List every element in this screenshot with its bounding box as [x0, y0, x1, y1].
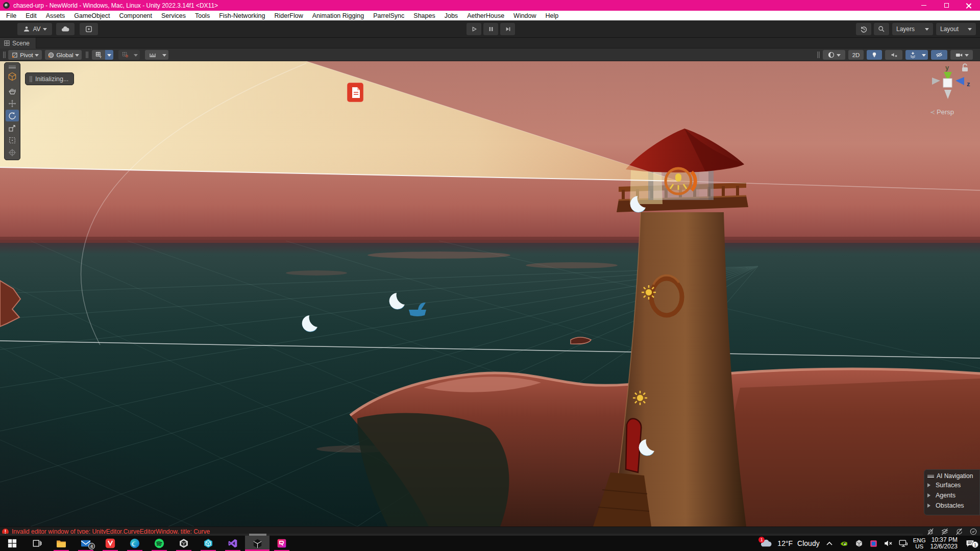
ainav-item-surfaces[interactable]: Surfaces: [927, 480, 976, 490]
snap-settings-dropdown[interactable]: [132, 50, 140, 60]
taskbar-file-explorer[interactable]: [49, 536, 74, 551]
tray-network[interactable]: [898, 538, 909, 548]
tooltip-grip: [30, 76, 32, 82]
taskbar-start-button[interactable]: [0, 536, 24, 551]
transform-tool[interactable]: [6, 146, 19, 158]
move-tool[interactable]: [6, 97, 19, 109]
ai-navigation-header[interactable]: AI Navigation: [927, 472, 976, 480]
menu-gameobject[interactable]: GameObject: [69, 12, 114, 19]
lighting-toggle[interactable]: [867, 50, 882, 60]
taskbar-mail[interactable]: 4: [74, 536, 98, 551]
taskbar-unity-hub[interactable]: [172, 536, 196, 551]
menu-parrelsync[interactable]: ParrelSync: [369, 12, 409, 19]
2d-toggle[interactable]: 2D: [848, 50, 864, 60]
pivot-dropdown[interactable]: Pivot: [8, 50, 42, 60]
debugger-detached-button[interactable]: [925, 528, 936, 536]
tray-nvidia[interactable]: [839, 538, 849, 548]
taskbar-edge[interactable]: [122, 536, 147, 551]
hand-tool[interactable]: [6, 85, 19, 97]
grid-visibility-toggle[interactable]: Y: [92, 50, 105, 60]
close-button[interactable]: [958, 0, 980, 11]
taskbar-unity-editor[interactable]: [245, 536, 270, 551]
taskbar-task-view-button[interactable]: [24, 536, 49, 551]
scene-viewport[interactable]: Initializing... y z ≺ Persp: [0, 61, 980, 527]
rotate-icon: [8, 111, 17, 120]
account-dropdown[interactable]: AV: [17, 23, 52, 35]
toolbar-grip[interactable]: [817, 52, 820, 58]
scale-tool[interactable]: [6, 122, 19, 134]
tray-expand-button[interactable]: [824, 538, 835, 548]
toolbar-grip[interactable]: [3, 52, 6, 58]
tray-unity-hub[interactable]: [854, 538, 864, 548]
rotate-tool[interactable]: [6, 110, 19, 121]
menu-fish-networking[interactable]: Fish-Networking: [214, 12, 270, 19]
menu-jobs[interactable]: Jobs: [440, 12, 462, 19]
ainav-item-agents[interactable]: Agents: [927, 490, 976, 500]
menu-aetherhouse[interactable]: AetherHouse: [462, 12, 509, 19]
taskbar-rider[interactable]: [270, 536, 294, 551]
undo-history-button[interactable]: [856, 23, 871, 35]
orientation-gizmo[interactable]: y z ≺ Persp: [925, 63, 972, 119]
maximize-button[interactable]: [935, 0, 958, 11]
menu-assets[interactable]: Assets: [41, 12, 70, 19]
increment-snap-dropdown[interactable]: [160, 50, 168, 60]
step-button[interactable]: [500, 23, 515, 35]
pause-button[interactable]: [483, 23, 498, 35]
cloud-button[interactable]: [56, 23, 75, 35]
menu-tools[interactable]: Tools: [190, 12, 214, 19]
audio-toggle[interactable]: [885, 50, 902, 60]
clock[interactable]: 10:37 PM 12/6/2023: [930, 537, 958, 550]
menu-help[interactable]: Help: [541, 12, 564, 19]
menu-component[interactable]: Component: [114, 12, 157, 19]
menu-window[interactable]: Window: [509, 12, 541, 19]
snap-toggle[interactable]: [118, 50, 132, 60]
sun-light-gizmo[interactable]: [642, 285, 656, 299]
input-language[interactable]: ENG US: [913, 537, 926, 549]
taskbar-vivaldi[interactable]: [98, 536, 122, 551]
auto-refresh-off-button[interactable]: [953, 528, 965, 536]
minimize-button[interactable]: [913, 0, 935, 11]
version-control-button[interactable]: [80, 23, 98, 35]
effects-dropdown[interactable]: [920, 50, 928, 60]
taskbar-spotify[interactable]: [147, 536, 172, 551]
lock-icon[interactable]: [962, 64, 968, 71]
taskbar-visual-studio[interactable]: [220, 536, 245, 551]
taskbar-dev-hexagon-app[interactable]: [196, 536, 220, 551]
tray-volume-muted[interactable]: [884, 538, 894, 548]
play-button[interactable]: [467, 23, 481, 35]
view-tool-cube[interactable]: [6, 70, 19, 82]
global-dropdown[interactable]: Global: [45, 50, 82, 60]
menu-services[interactable]: Services: [157, 12, 190, 19]
projection-mode[interactable]: ≺ Persp: [930, 108, 954, 116]
camera-settings-dropdown[interactable]: [950, 50, 973, 60]
menu-riderflow[interactable]: RiderFlow: [270, 12, 307, 19]
toolbar-grip[interactable]: [86, 52, 88, 58]
weather-condition[interactable]: Cloudy: [797, 539, 820, 547]
script-asset-gizmo[interactable]: [347, 83, 363, 102]
search-button[interactable]: [874, 23, 889, 35]
layout-dropdown[interactable]: Layout: [936, 23, 976, 35]
lighthouse-door[interactable]: [626, 418, 641, 472]
tab-scene[interactable]: Scene: [0, 38, 36, 48]
tray-rider[interactable]: [869, 538, 879, 548]
weather-temperature[interactable]: 12°F: [777, 539, 793, 547]
overlay-handle[interactable]: [6, 64, 19, 70]
draw-mode-dropdown[interactable]: [823, 50, 845, 60]
scene-visibility-toggle[interactable]: [931, 50, 947, 60]
notification-center-button[interactable]: 1: [962, 538, 977, 548]
menu-file[interactable]: File: [2, 12, 21, 19]
menu-shapes[interactable]: Shapes: [409, 12, 439, 19]
increment-snap-toggle[interactable]: [145, 50, 160, 60]
menu-edit[interactable]: Edit: [21, 12, 41, 19]
bug-slash-icon: [926, 528, 935, 536]
weather-widget[interactable]: 1: [760, 538, 773, 548]
effects-toggle[interactable]: [905, 50, 920, 60]
layers-dropdown[interactable]: Layers: [892, 23, 933, 35]
menu-animation-rigging[interactable]: Animation Rigging: [308, 12, 369, 19]
rect-tool[interactable]: [6, 134, 19, 146]
sun-light-gizmo[interactable]: [633, 391, 647, 405]
status-ok-button[interactable]: [968, 528, 979, 536]
ainav-item-obstacles[interactable]: Obstacles: [927, 500, 976, 511]
cache-disabled-button[interactable]: [939, 528, 950, 536]
grid-settings-dropdown[interactable]: [105, 50, 113, 60]
